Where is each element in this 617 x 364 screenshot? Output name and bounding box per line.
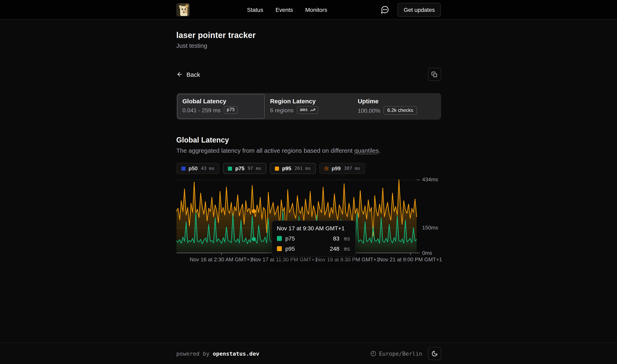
arrow-left-icon: [176, 71, 183, 78]
top-nav: Status Events Monitors Get updates: [0, 0, 617, 20]
copy-icon: [431, 71, 437, 77]
chat-bubble-icon: [381, 5, 389, 14]
chart-legend: p50 43 ms p75 97 ms p95 261 ms p99 307 m…: [176, 163, 441, 174]
p75-square: [277, 236, 282, 241]
p95-swatch: [275, 166, 279, 170]
tooltip-title: Nov 17 at 9:30 AM GMT+1: [277, 225, 350, 232]
chart-tooltip: Nov 17 at 9:30 AM GMT+1 p75 83ms p95 248…: [271, 221, 355, 257]
page-subtitle: Just testing: [176, 42, 441, 49]
y-axis-label-mid: 150ms: [422, 225, 438, 231]
powered-by: powered by openstatus.dev: [176, 350, 259, 357]
checks-badge: 6.2k checks: [383, 106, 417, 115]
clock-icon: [370, 351, 376, 356]
p75-swatch: [228, 166, 232, 170]
tab-uptime[interactable]: Uptime 100.00% 6.2k checks: [353, 94, 440, 119]
moon-icon: [431, 350, 438, 357]
tab-value: 6 regions: [270, 107, 293, 113]
main-nav: Status Events Monitors: [243, 6, 327, 13]
x-axis-label-3: Nov 19 at 8:30 PM GMT+1: [316, 256, 380, 262]
tab-value: 0.041 - 259 ms: [182, 107, 221, 113]
p99-swatch: [324, 166, 328, 170]
tooltip-row-p95: p95 248ms: [277, 245, 350, 252]
x-axis-label-2: Nov 17 at 11:30 PM GMT+1: [252, 256, 318, 262]
quantile-badge: p75: [224, 106, 238, 114]
tab-global-latency[interactable]: Global Latency 0.041 - 259 ms p75: [177, 94, 265, 119]
legend-chip-p95[interactable]: p95 261 ms: [270, 163, 315, 174]
p95-square: [277, 246, 282, 251]
legend-chip-p50[interactable]: p50 43 ms: [176, 163, 219, 174]
page-title: laser pointer tracker: [176, 31, 441, 40]
timezone: Europe/Berlin: [370, 350, 422, 357]
region-badge: ams: [297, 106, 318, 114]
tab-title: Uptime: [358, 98, 435, 104]
nav-link-events[interactable]: Events: [276, 6, 293, 13]
y-axis-label-min: 0ms: [422, 250, 432, 256]
status-page: Status Events Monitors Get updates laser…: [0, 0, 617, 364]
latency-chart: 434ms 150ms 0ms Nov 16 at 2:30 AM GMT+1 …: [176, 180, 441, 267]
footer: powered by openstatus.dev Europe/Berlin: [0, 343, 617, 364]
x-axis-label-1: Nov 16 at 2:30 AM GMT+1: [190, 256, 253, 262]
tab-value: 100.00%: [358, 107, 381, 114]
y-axis-label-max: 434ms: [422, 176, 438, 182]
legend-chip-p99[interactable]: p99 307 ms: [319, 163, 365, 174]
section-title: Global Latency: [176, 136, 441, 144]
tooltip-row-p75: p75 83ms: [277, 235, 350, 242]
openstatus-link[interactable]: openstatus.dev: [213, 350, 259, 357]
p50-swatch: [181, 166, 185, 170]
section-description: The aggregated latency from all active r…: [176, 147, 441, 154]
tab-region-latency[interactable]: Region Latency 6 regions ams: [265, 94, 352, 119]
tab-title: Region Latency: [270, 98, 347, 104]
cat-logo-image: [177, 3, 189, 16]
x-axis-label-4: Nov 21 at 9:00 PM GMT+1: [379, 256, 442, 262]
quantiles-link[interactable]: quantiles: [354, 147, 379, 154]
metric-tabs: Global Latency 0.041 - 259 ms p75 Region…: [176, 93, 441, 120]
back-link[interactable]: Back: [176, 71, 200, 78]
main-content: laser pointer tracker Just testing Back …: [0, 20, 617, 343]
theme-toggle-button[interactable]: [428, 347, 441, 360]
nav-link-status[interactable]: Status: [247, 6, 263, 13]
get-updates-button[interactable]: Get updates: [397, 3, 441, 16]
site-logo[interactable]: [176, 3, 189, 16]
tab-title: Global Latency: [182, 98, 259, 104]
copy-link-button[interactable]: [428, 68, 441, 81]
trending-up-icon: [310, 107, 315, 113]
nav-link-monitors[interactable]: Monitors: [305, 6, 327, 13]
feedback-chat-button[interactable]: [381, 5, 389, 14]
legend-chip-p75[interactable]: p75 97 ms: [223, 163, 266, 174]
back-label: Back: [186, 71, 200, 78]
